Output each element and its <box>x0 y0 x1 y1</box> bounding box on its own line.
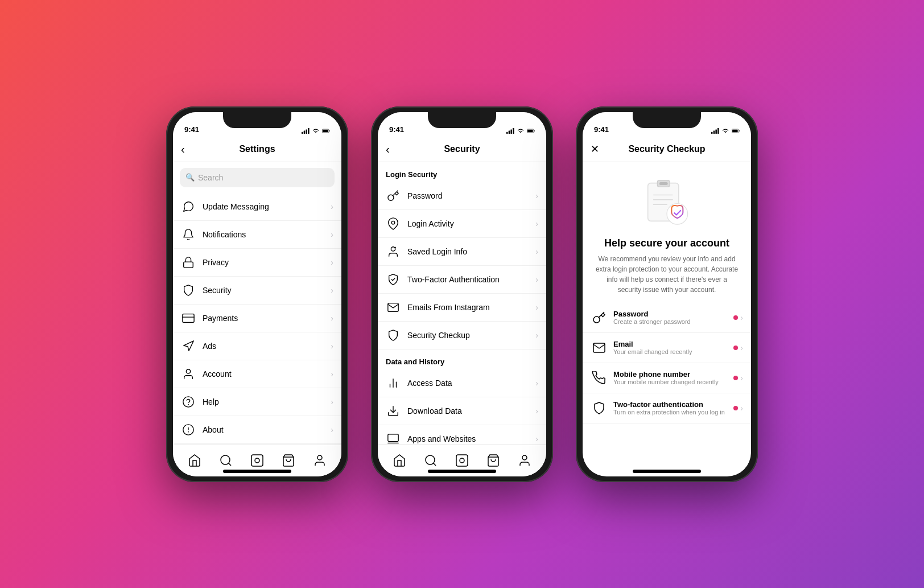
checkup-phone-icon <box>591 369 608 386</box>
security-item-password[interactable]: Password › <box>378 182 546 210</box>
security-item-emails[interactable]: Emails From Instagram › <box>378 294 546 322</box>
login-activity-label: Login Activity <box>407 219 535 228</box>
svg-point-20 <box>317 455 322 460</box>
svg-rect-23 <box>510 129 512 133</box>
security-item-login-activity[interactable]: Login Activity › <box>378 210 546 238</box>
settings-item-account[interactable]: Account › <box>173 360 341 388</box>
megaphone-icon <box>181 339 196 353</box>
svg-point-40 <box>460 458 464 463</box>
payments-label: Payments <box>203 314 331 323</box>
alert-dot-email <box>733 346 738 350</box>
data-history-header: Data and History <box>378 349 546 369</box>
close-button[interactable]: ✕ <box>591 143 599 155</box>
settings-item-payments[interactable]: Payments › <box>173 305 341 332</box>
settings-item-update-messaging[interactable]: Update Messaging › <box>173 193 341 221</box>
download-icon <box>386 404 401 418</box>
nav-profile-2[interactable] <box>513 449 536 472</box>
settings-item-help[interactable]: Help › <box>173 388 341 416</box>
svg-point-10 <box>183 396 193 406</box>
checkup-item-password[interactable]: Password Create a stronger password › <box>583 303 751 333</box>
security-item-2fa[interactable]: Two-Factor Authentication › <box>378 266 546 294</box>
checkup-2fa-subtitle: Turn on extra protection when you log in <box>613 409 733 416</box>
signal-icon <box>302 128 310 134</box>
search-placeholder: Search <box>198 173 223 182</box>
alert-dot-2fa <box>733 406 738 410</box>
svg-line-38 <box>433 463 435 466</box>
nav-profile-1[interactable] <box>308 449 331 472</box>
about-label: About <box>203 425 331 434</box>
settings-item-ads[interactable]: Ads › <box>173 332 341 360</box>
settings-item-about[interactable]: About › <box>173 416 341 444</box>
mail-icon <box>386 300 401 315</box>
saved-login-label: Saved Login Info <box>407 247 535 256</box>
lock-icon <box>181 255 196 270</box>
laptop-icon <box>386 431 401 445</box>
settings-nav-header: ‹ Settings <box>173 137 341 162</box>
checkup-email-text: Email Your email changed recently <box>613 340 733 355</box>
phone-checkup: 9:41 <box>576 106 758 482</box>
security-item-access-data[interactable]: Access Data › <box>378 369 546 397</box>
checkup-title: Help secure your account <box>583 237 751 249</box>
settings-item-security[interactable]: Security › <box>173 277 341 305</box>
nav-home-1[interactable] <box>183 449 206 472</box>
settings-item-privacy[interactable]: Privacy › <box>173 249 341 277</box>
status-bar-1: 9:41 <box>173 112 341 137</box>
nav-search-1[interactable] <box>214 449 237 472</box>
svg-rect-3 <box>308 128 309 134</box>
back-button-2[interactable]: ‹ <box>386 143 390 156</box>
status-icons-1 <box>302 128 330 134</box>
settings-item-notifications[interactable]: Notifications › <box>173 221 341 249</box>
download-data-label: Download Data <box>407 406 535 416</box>
location-icon <box>386 216 401 231</box>
checkup-2fa-title: Two-factor authentication <box>613 400 733 409</box>
svg-point-18 <box>255 458 259 463</box>
back-button-1[interactable]: ‹ <box>181 143 185 156</box>
checkup-item-2fa[interactable]: Two-factor authentication Turn on extra … <box>583 393 751 423</box>
nav-reels-2[interactable] <box>451 449 473 472</box>
notch-1 <box>223 112 291 128</box>
settings-title: Settings <box>239 144 275 154</box>
status-bar-3: 9:41 <box>583 112 751 137</box>
search-icon: 🔍 <box>185 173 195 182</box>
svg-rect-0 <box>302 131 303 133</box>
svg-rect-21 <box>506 131 508 133</box>
help-icon <box>181 394 196 409</box>
checkup-item-email[interactable]: Email Your email changed recently › <box>583 333 751 363</box>
nav-shop-2[interactable] <box>482 449 505 472</box>
emails-label: Emails From Instagram <box>407 303 535 312</box>
svg-rect-46 <box>717 128 719 134</box>
checkup-password-text: Password Create a stronger password <box>613 310 733 325</box>
update-messaging-label: Update Messaging <box>203 202 331 211</box>
checkup-nav-title: Security Checkup <box>628 144 705 154</box>
svg-point-27 <box>391 221 395 224</box>
shield-outline-icon <box>386 328 401 343</box>
key-icon <box>386 188 401 203</box>
checkup-item-phone[interactable]: Mobile phone number Your mobile number c… <box>583 363 751 393</box>
access-data-label: Access Data <box>407 379 535 388</box>
security-title: Security <box>444 144 480 154</box>
security-item-apps[interactable]: Apps and Websites › <box>378 425 546 445</box>
bell-icon <box>181 227 196 242</box>
nav-shop-1[interactable] <box>277 449 300 472</box>
security-item-checkup[interactable]: Security Checkup › <box>378 322 546 349</box>
svg-rect-26 <box>527 129 533 131</box>
checkup-phone-subtitle: Your mobile number changed recently <box>613 379 733 385</box>
checkup-content: Help secure your account We recommend yo… <box>583 162 751 476</box>
info-icon <box>181 422 196 437</box>
checkup-phone-title: Mobile phone number <box>613 370 733 379</box>
checkup-password-right: › <box>733 313 743 322</box>
bar-chart-icon <box>386 376 401 390</box>
settings-content: 🔍 Search Update Messaging › <box>173 162 341 445</box>
security-item-saved-login[interactable]: Saved Login Info › <box>378 238 546 266</box>
checkup-nav-header: ✕ Security Checkup <box>583 137 751 162</box>
svg-rect-33 <box>388 434 398 441</box>
status-icons-3 <box>711 128 740 134</box>
nav-reels-1[interactable] <box>246 449 269 472</box>
messaging-icon <box>181 199 196 214</box>
security-item-download-data[interactable]: Download Data › <box>378 397 546 425</box>
signal-icon-2 <box>506 128 514 134</box>
svg-point-15 <box>221 455 230 464</box>
search-bar[interactable]: 🔍 Search <box>180 168 335 187</box>
nav-home-2[interactable] <box>388 449 411 472</box>
nav-search-2[interactable] <box>419 449 442 472</box>
